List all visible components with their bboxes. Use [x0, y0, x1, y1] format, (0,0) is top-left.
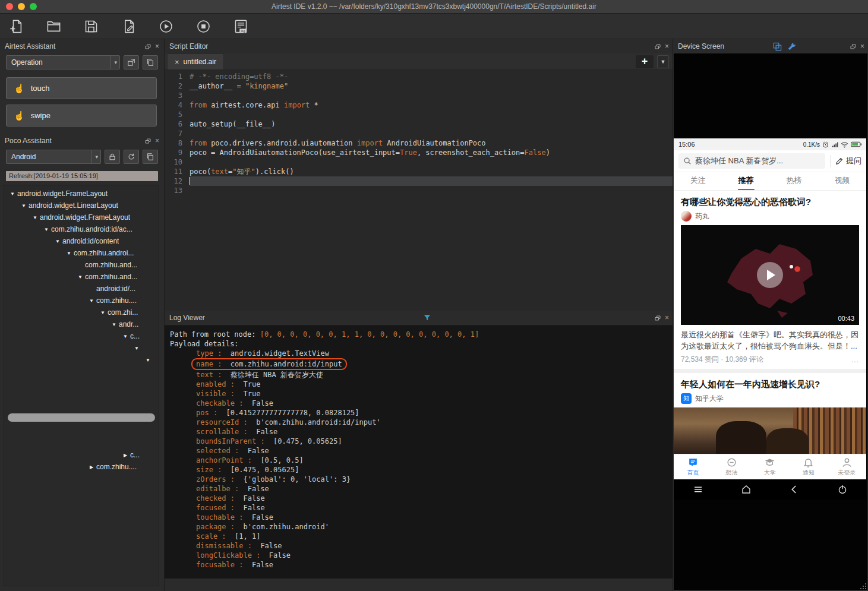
tree-node[interactable]: ▶com.zhihu.... — [4, 461, 159, 473]
tree-node[interactable]: ▼ — [4, 342, 159, 354]
chevron-down-icon[interactable]: ▼ — [20, 203, 27, 208]
code-line[interactable]: 10 — [165, 157, 673, 167]
tree-node[interactable]: ▶c... — [4, 449, 159, 461]
bottom-nav-item[interactable]: 未登录 — [828, 454, 866, 479]
bottom-nav-item[interactable]: 首页 — [674, 454, 712, 479]
feed-tab[interactable]: 热榜 — [770, 172, 818, 190]
answer-excerpt[interactable]: 最近很火的那首《生僻字》吧。其实我真的很怂，因为这歌最近太火了，很怕被骂个狗血淋… — [681, 329, 859, 352]
author-name[interactable]: 知乎大学 — [695, 394, 724, 404]
question-title[interactable]: 年轻人如何在一年内迅速增长见识? — [681, 378, 859, 390]
tree-node[interactable]: ▼com.zhihu.android:id/ac... — [4, 223, 159, 235]
chevron-down-icon[interactable]: ▼ — [54, 239, 61, 244]
toolbar-new-script-button[interactable] — [8, 18, 24, 34]
menu-button[interactable] — [693, 484, 703, 495]
author-avatar[interactable] — [681, 211, 692, 222]
code-line[interactable]: 7 — [165, 129, 673, 138]
tree-node[interactable]: ▼c... — [4, 330, 159, 342]
script-tab[interactable]: × untitled.air — [167, 53, 224, 69]
ask-question-button[interactable]: 提问 — [830, 155, 861, 167]
chevron-down-icon[interactable]: ▼ — [43, 227, 50, 232]
code-line[interactable]: 4from airtest.core.api import * — [165, 100, 673, 110]
close-panel-button[interactable]: × — [665, 43, 669, 49]
chevron-right-icon[interactable]: ▶ — [88, 464, 95, 470]
swipe-action-button[interactable]: ☝ swipe — [6, 105, 157, 127]
question-title[interactable]: 有哪些让你觉得恶心的恶俗歌词? — [681, 195, 859, 208]
code-line[interactable]: 3 — [165, 91, 673, 100]
minimize-window-button[interactable] — [18, 3, 25, 10]
zoom-window-button[interactable] — [30, 3, 37, 10]
code-line[interactable]: 6auto_setup(__file__) — [165, 119, 673, 129]
tree-node[interactable]: ▼ — [4, 354, 159, 366]
close-window-button[interactable] — [6, 3, 13, 10]
log-output[interactable]: Path from root node: [0, 0, 0, 0, 0, 0, … — [165, 325, 673, 579]
close-panel-button[interactable]: × — [155, 43, 159, 49]
close-panel-button[interactable]: × — [665, 315, 669, 321]
toolbar-save-as-button[interactable] — [121, 18, 137, 34]
chevron-down-icon[interactable]: ▼ — [144, 358, 151, 363]
toolbar-run-button[interactable] — [158, 18, 174, 34]
device-phone-screen[interactable]: 15:06 0.1K/s 蔡徐坤任 NBA 新春贺岁... — [674, 138, 866, 500]
code-line[interactable]: 9poco = AndroidUiautomationPoco(use_airt… — [165, 148, 673, 157]
popout-assistant-button[interactable] — [124, 55, 139, 69]
selected-tree-node[interactable] — [8, 413, 155, 422]
float-panel-button[interactable] — [655, 315, 661, 321]
back-button[interactable] — [789, 484, 800, 495]
close-tab-icon[interactable]: × — [175, 58, 179, 67]
float-panel-button[interactable] — [145, 138, 151, 144]
feed-image[interactable] — [674, 407, 866, 454]
tree-node[interactable]: ▼com.zhihu.... — [4, 295, 159, 306]
tree-node[interactable]: ▼android:id/content — [4, 235, 159, 247]
close-panel-button[interactable]: × — [860, 43, 864, 49]
device-tools-button[interactable] — [787, 42, 796, 51]
toolbar-save-button[interactable] — [83, 18, 99, 34]
tree-node[interactable]: ▼com.zhihu.androi... — [4, 247, 159, 259]
author-name[interactable]: 药丸 — [695, 211, 709, 222]
tree-node[interactable]: ▼com.zhi... — [4, 306, 159, 318]
more-options-button[interactable]: ... — [851, 356, 859, 364]
chevron-down-icon[interactable]: ▼ — [122, 334, 129, 339]
chevron-down-icon[interactable]: ▼ — [133, 346, 140, 351]
video-player[interactable]: 00:43 — [681, 225, 859, 325]
add-script-tab-button[interactable]: + — [636, 55, 654, 68]
platform-select[interactable]: Android ▾ — [6, 150, 101, 164]
home-button[interactable] — [741, 484, 752, 495]
float-panel-button[interactable] — [655, 44, 661, 49]
tree-node[interactable]: ▼android.widget.FrameLayout — [4, 188, 159, 200]
chevron-down-icon[interactable]: ▼ — [111, 322, 118, 327]
chevron-down-icon[interactable]: ▼ — [9, 191, 16, 197]
play-button[interactable] — [757, 262, 783, 288]
power-button[interactable] — [837, 484, 848, 495]
code-line[interactable]: 13 — [165, 186, 673, 195]
chevron-down-icon[interactable]: ▼ — [88, 298, 95, 304]
float-panel-button[interactable] — [145, 44, 151, 49]
chevron-down-icon[interactable]: ▼ — [31, 215, 39, 220]
feed-tab[interactable]: 关注 — [674, 172, 722, 190]
code-line[interactable]: 12 — [165, 176, 673, 186]
tree-node[interactable]: com.zhihu.and... — [4, 259, 159, 271]
feed-tab[interactable]: 推荐 — [722, 172, 770, 190]
toolbar-open-script-button[interactable] — [46, 18, 62, 34]
refresh-tree-button[interactable] — [124, 150, 139, 164]
touch-action-button[interactable]: ☝ touch — [6, 77, 157, 99]
operation-select[interactable]: Operation ▾ — [6, 55, 120, 69]
window-resize-grip[interactable] — [860, 583, 866, 589]
code-editor[interactable]: 1# -*- encoding=utf8 -*-2__author__ = "k… — [165, 70, 673, 311]
code-line[interactable]: 8from poco.drivers.android.uiautomation … — [165, 138, 673, 148]
lock-button[interactable] — [105, 150, 120, 164]
code-line[interactable]: 2__author__ = "kingname" — [165, 81, 673, 91]
tree-node[interactable]: ▼com.zhihu.and... — [4, 271, 159, 283]
toolbar-log-button[interactable]: log — [233, 18, 249, 34]
code-line[interactable]: 11poco(text="知乎").click() — [165, 167, 673, 176]
feed-tab[interactable]: 视频 — [818, 172, 866, 190]
log-filter-button[interactable] — [423, 314, 431, 322]
chevron-down-icon[interactable]: ▼ — [99, 310, 106, 315]
chevron-right-icon[interactable]: ▶ — [122, 453, 129, 458]
copy-path-button[interactable] — [143, 150, 158, 164]
chevron-down-icon[interactable]: ▼ — [65, 251, 72, 256]
chevron-down-icon[interactable]: ▼ — [77, 274, 84, 280]
tab-list-dropdown-button[interactable]: ▼ — [657, 55, 669, 68]
screen-mapping-button[interactable] — [773, 42, 782, 51]
close-panel-button[interactable]: × — [155, 138, 159, 144]
float-panel-button[interactable] — [850, 44, 856, 49]
bottom-nav-item[interactable]: 想法 — [712, 454, 751, 479]
